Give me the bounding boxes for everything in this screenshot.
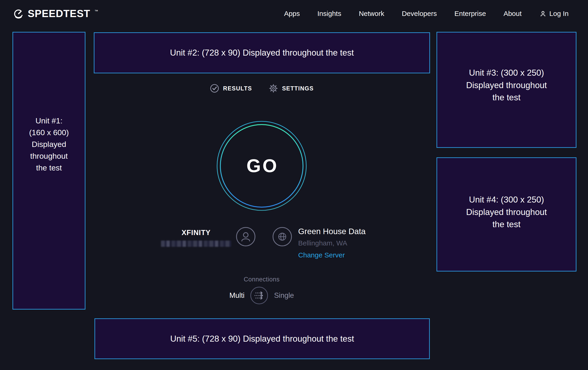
- server-name[interactable]: Green House Data: [298, 227, 366, 236]
- multi-connection-arrows-icon: [251, 287, 267, 304]
- ip-address-redacted: [161, 240, 231, 247]
- nav-item-network[interactable]: Network: [359, 10, 384, 18]
- trademark-mark: ™: [94, 9, 98, 13]
- ad-unit-5-text: Unit #5: (728 x 90) Displayed throughout…: [170, 333, 354, 345]
- ad-unit-5-leaderboard[interactable]: Unit #5: (728 x 90) Displayed throughout…: [94, 318, 430, 359]
- user-avatar-icon: [236, 227, 256, 247]
- mode-multi-label[interactable]: Multi: [229, 291, 244, 300]
- tab-results-label: RESULTS: [223, 85, 252, 92]
- tab-results[interactable]: RESULTS: [210, 83, 252, 93]
- tab-settings[interactable]: SETTINGS: [269, 83, 314, 93]
- ad-unit-3-rectangle[interactable]: Unit #3: (300 x 250) Displayed throughou…: [437, 32, 577, 148]
- ad-unit-2-text: Unit #2: (728 x 90) Displayed throughout…: [170, 47, 354, 59]
- isp-name[interactable]: XFINITY: [181, 229, 211, 237]
- ad-unit-4-text: Unit #4: (300 x 250) Displayed throughou…: [466, 193, 547, 231]
- login-label: Log In: [549, 10, 569, 18]
- ad-unit-1-text: Unit #1: (160 x 600) Displayed throughou…: [29, 115, 69, 174]
- connections-label: Connections: [244, 276, 280, 283]
- globe-icon: [272, 227, 292, 247]
- nav-item-about[interactable]: About: [504, 10, 522, 18]
- server-location: Bellingham, WA: [298, 239, 347, 247]
- isp-info: XFINITY: [161, 227, 256, 247]
- ad-unit-4-rectangle[interactable]: Unit #4: (300 x 250) Displayed throughou…: [437, 157, 577, 271]
- speedtest-logo[interactable]: SPEEDTEST ™: [13, 8, 98, 19]
- check-circle-icon: [210, 83, 220, 93]
- main-nav: Apps Insights Network Developers Enterpr…: [284, 10, 569, 18]
- connection-mode-toggle: Multi Single: [229, 287, 294, 304]
- nav-item-enterprise[interactable]: Enterprise: [454, 10, 486, 18]
- ad-unit-1-skyscraper[interactable]: Unit #1: (160 x 600) Displayed throughou…: [12, 32, 85, 310]
- ad-unit-3-text: Unit #3: (300 x 250) Displayed throughou…: [466, 67, 547, 104]
- brand-name: SPEEDTEST: [28, 8, 90, 19]
- change-server-link[interactable]: Change Server: [298, 251, 345, 259]
- mode-single-label[interactable]: Single: [274, 291, 294, 300]
- server-info: Green House Data Bellingham, WA Change S…: [272, 227, 366, 259]
- user-icon: [539, 10, 547, 17]
- test-meta-row: XFINITY Green House Data Bellingham, WA …: [161, 227, 366, 259]
- top-nav-bar: SPEEDTEST ™ Apps Insights Network Develo…: [0, 0, 588, 27]
- ad-unit-2-leaderboard[interactable]: Unit #2: (728 x 90) Displayed throughout…: [94, 32, 430, 73]
- nav-item-apps[interactable]: Apps: [284, 10, 300, 18]
- results-settings-tabs: RESULTS SETTINGS: [210, 83, 314, 93]
- nav-item-insights[interactable]: Insights: [317, 10, 341, 18]
- gear-icon: [269, 83, 278, 93]
- go-button[interactable]: GO: [216, 121, 307, 211]
- nav-item-developers[interactable]: Developers: [402, 10, 437, 18]
- connection-toggle-button[interactable]: [251, 287, 268, 304]
- go-button-label: GO: [216, 121, 307, 211]
- login-link[interactable]: Log In: [539, 10, 569, 18]
- speedtest-gauge-icon: [13, 8, 24, 19]
- tab-settings-label: SETTINGS: [282, 85, 314, 92]
